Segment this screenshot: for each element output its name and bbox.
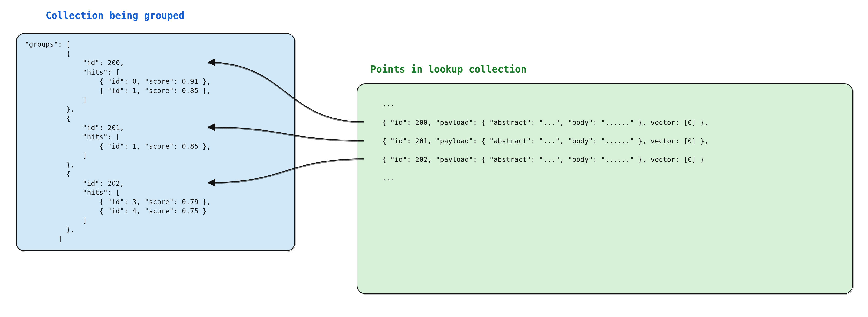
grouped-collection-json: "groups": [ { "id": 200, "hits": [ { "id… [25,40,286,244]
right-title: Points in lookup collection [370,63,527,76]
diagram-canvas: Collection being grouped Points in looku… [0,0,868,317]
lookup-collection-json: ... { "id": 200, "payload": { "abstract"… [366,90,844,183]
left-title: Collection being grouped [46,9,185,22]
lookup-collection-panel: ... { "id": 200, "payload": { "abstract"… [357,84,853,294]
grouped-collection-panel: "groups": [ { "id": 200, "hits": [ { "id… [16,33,295,251]
